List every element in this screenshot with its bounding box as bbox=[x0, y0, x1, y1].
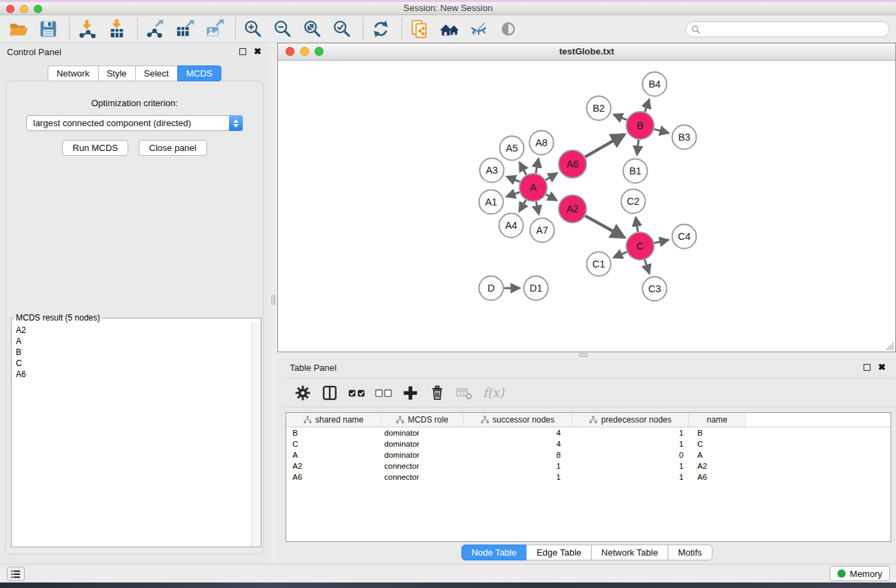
graph-edge-B-B2[interactable] bbox=[614, 114, 627, 120]
column-header-predecessor-nodes[interactable]: predecessor nodes bbox=[573, 413, 689, 427]
network-zoom-button[interactable] bbox=[315, 47, 323, 56]
graph-node-A7[interactable]: A7 bbox=[530, 219, 555, 243]
show-columns-button[interactable] bbox=[320, 383, 339, 403]
mcds-result-item[interactable]: C bbox=[16, 358, 250, 369]
table-cell[interactable]: 4 bbox=[464, 438, 573, 449]
graph-node-C4[interactable]: C4 bbox=[673, 225, 697, 249]
add-row-button[interactable] bbox=[401, 383, 420, 403]
export-image-button[interactable] bbox=[204, 19, 225, 39]
graph-node-A2[interactable]: A2 bbox=[559, 195, 586, 223]
graph-edge-A-A5[interactable] bbox=[519, 163, 526, 175]
column-header-mcds-role[interactable]: MCDS role bbox=[381, 413, 464, 427]
column-header-successor-nodes[interactable]: successor nodes bbox=[464, 413, 573, 427]
graph-node-A1[interactable]: A1 bbox=[479, 190, 504, 214]
search-field[interactable] bbox=[686, 21, 890, 37]
table-float-panel-button[interactable] bbox=[862, 363, 871, 372]
table-cell[interactable]: B bbox=[286, 427, 381, 438]
graph-node-B4[interactable]: B4 bbox=[643, 72, 667, 97]
table-cell[interactable]: A bbox=[286, 449, 381, 460]
delete-table-button[interactable] bbox=[455, 383, 474, 403]
function-builder-icon[interactable]: f(x) bbox=[483, 385, 504, 400]
graph-node-A6[interactable]: A6 bbox=[559, 150, 586, 178]
table-row[interactable]: Bdominator41B bbox=[286, 427, 890, 438]
import-table-button[interactable] bbox=[106, 19, 127, 39]
tab-edge-table[interactable]: Edge Table bbox=[526, 545, 592, 560]
graph-node-C2[interactable]: C2 bbox=[621, 190, 646, 214]
zoom-in-button[interactable] bbox=[243, 19, 263, 39]
run-mcds-button[interactable]: Run MCDS bbox=[62, 140, 128, 156]
column-header-shared-name[interactable]: shared name bbox=[286, 413, 381, 427]
table-row[interactable]: Adominator80A bbox=[286, 449, 890, 460]
hide-graphics-details-button[interactable] bbox=[468, 19, 489, 39]
network-minimize-button[interactable] bbox=[300, 47, 309, 56]
graph-edge-C-C3[interactable] bbox=[645, 260, 650, 274]
deselect-all-button[interactable] bbox=[374, 383, 393, 403]
table-close-panel-button[interactable]: ✖ bbox=[877, 363, 886, 372]
tab-style[interactable]: Style bbox=[98, 65, 136, 81]
table-cell[interactable]: 4 bbox=[464, 427, 573, 438]
table-cell[interactable]: connector bbox=[381, 472, 464, 483]
open-session-button[interactable] bbox=[8, 19, 29, 39]
graph-edge-C-C1[interactable] bbox=[614, 252, 627, 257]
mcds-result-item[interactable]: A bbox=[16, 336, 250, 347]
tab-mcds[interactable]: MCDS bbox=[177, 65, 221, 81]
graph-edge-A-A7[interactable] bbox=[536, 202, 539, 214]
table-row[interactable]: A2connector11A2 bbox=[286, 460, 890, 472]
graph-edge-A-A6[interactable] bbox=[546, 173, 557, 180]
table-body[interactable]: Bdominator41BCdominator41CAdominator80AA… bbox=[286, 427, 890, 483]
table-cell[interactable]: A2 bbox=[689, 460, 746, 472]
graph-node-A4[interactable]: A4 bbox=[499, 214, 524, 238]
graph-edge-C-C4[interactable] bbox=[655, 240, 669, 243]
graph-node-C[interactable]: C bbox=[626, 232, 654, 260]
graph-node-D1[interactable]: D1 bbox=[524, 276, 548, 301]
zoom-selected-button[interactable] bbox=[332, 19, 352, 39]
mcds-result-list[interactable]: A2ABCA6 bbox=[12, 323, 250, 547]
table-cell[interactable]: 1 bbox=[573, 427, 689, 438]
close-window-button[interactable] bbox=[6, 5, 14, 13]
tab-motifs[interactable]: Motifs bbox=[668, 545, 713, 560]
graph-node-A3[interactable]: A3 bbox=[480, 159, 504, 183]
graph-node-B3[interactable]: B3 bbox=[673, 125, 697, 150]
delete-rows-button[interactable] bbox=[428, 383, 447, 403]
table-cell[interactable]: connector bbox=[381, 460, 464, 472]
graph-edge-A-A4[interactable] bbox=[519, 200, 526, 212]
select-all-button[interactable] bbox=[347, 383, 366, 403]
graph-node-C1[interactable]: C1 bbox=[587, 252, 611, 276]
table-cell[interactable]: 0 bbox=[573, 449, 689, 460]
table-cell[interactable]: dominator bbox=[381, 449, 464, 460]
minimize-window-button[interactable] bbox=[20, 5, 28, 13]
search-input[interactable] bbox=[704, 24, 880, 34]
node-table[interactable]: shared nameMCDS rolesuccessor nodesprede… bbox=[286, 412, 891, 542]
mcds-result-item[interactable]: B bbox=[16, 347, 250, 358]
home-button[interactable] bbox=[439, 19, 459, 39]
export-network-button[interactable] bbox=[145, 19, 166, 39]
graph-edge-A-A1[interactable] bbox=[506, 192, 519, 197]
table-cell[interactable]: 1 bbox=[573, 438, 689, 449]
graph-node-A8[interactable]: A8 bbox=[530, 131, 554, 155]
table-cell[interactable]: A6 bbox=[689, 472, 746, 483]
memory-button[interactable]: Memory bbox=[830, 566, 890, 581]
table-cell[interactable]: C bbox=[689, 438, 746, 449]
network-window-controls[interactable] bbox=[286, 47, 323, 56]
graph-node-A5[interactable]: A5 bbox=[500, 136, 524, 161]
graph-node-C3[interactable]: C3 bbox=[643, 277, 667, 301]
table-cell[interactable]: 1 bbox=[464, 472, 573, 483]
horizontal-splitter-handle[interactable] bbox=[579, 353, 588, 357]
window-resize-grip[interactable] bbox=[884, 341, 895, 351]
graph-edge-A-A2[interactable] bbox=[546, 194, 557, 201]
task-history-button[interactable] bbox=[7, 567, 25, 581]
graph-node-A[interactable]: A bbox=[519, 174, 547, 201]
refresh-network-button[interactable] bbox=[370, 19, 391, 39]
graph-edge-B-B4[interactable] bbox=[645, 99, 649, 112]
graph-edge-A-A3[interactable] bbox=[507, 176, 520, 182]
table-cell[interactable]: 1 bbox=[464, 460, 573, 472]
show-graphics-details-button[interactable] bbox=[498, 19, 519, 39]
table-cell[interactable]: 1 bbox=[573, 460, 689, 472]
import-network-button[interactable] bbox=[77, 19, 97, 39]
zoom-fit-button[interactable] bbox=[302, 19, 323, 39]
float-panel-button[interactable] bbox=[238, 48, 247, 57]
mcds-result-item[interactable]: A2 bbox=[16, 325, 250, 336]
table-cell[interactable]: C bbox=[286, 438, 381, 449]
table-header-row[interactable]: shared nameMCDS rolesuccessor nodesprede… bbox=[286, 413, 890, 427]
column-header-name[interactable]: name bbox=[689, 413, 746, 427]
